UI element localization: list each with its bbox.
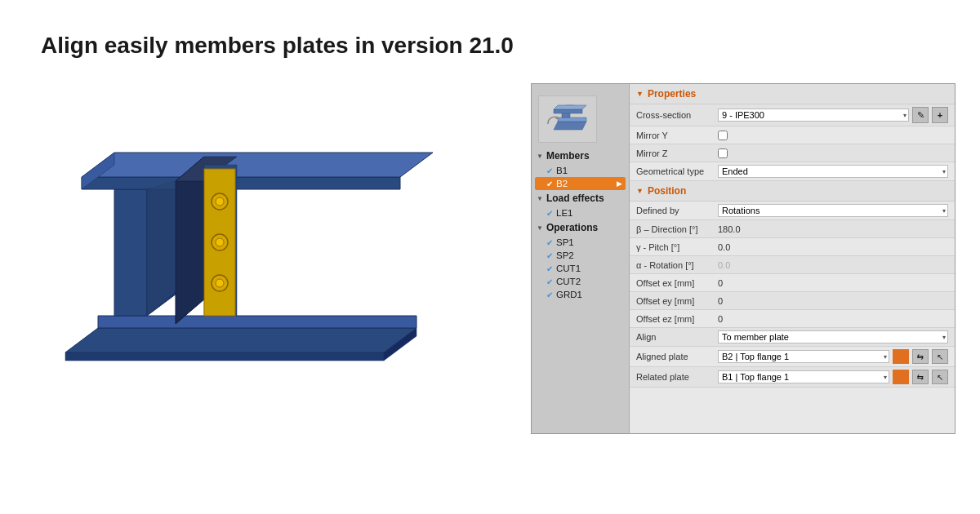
svg-marker-6 (82, 153, 433, 177)
mirror-y-row: Mirror Y (630, 126, 955, 144)
svg-marker-25 (554, 109, 582, 113)
defined-by-select-wrap: Rotations ▾ (718, 204, 948, 217)
mirror-z-label: Mirror Z (636, 148, 718, 158)
geometrical-type-select-wrap: Ended ▾ (718, 165, 948, 178)
related-plate-select[interactable]: B1 | Top flange 1 (718, 370, 889, 383)
properties-section-header: ▼ Properties (630, 84, 955, 104)
offset-ey-value: 0 (718, 296, 948, 306)
direction-value: 180.0 (718, 224, 948, 234)
offset-ex-label: Offset ex [mm] (636, 278, 718, 288)
position-triangle: ▼ (636, 187, 644, 195)
edit-section-button[interactable]: ✎ (912, 107, 929, 123)
aligned-plate-swap-icon[interactable]: ⇄ (912, 349, 929, 364)
related-plate-area: B1 | Top flange 1 ▾ ⇄ ↖ (718, 370, 948, 384)
offset-ez-value: 0 (718, 314, 948, 324)
aligned-plate-cursor-button[interactable]: ↖ (932, 349, 948, 364)
svg-point-17 (216, 279, 224, 287)
offset-ex-value: 0 (718, 278, 948, 288)
load-effects-arrow: ▼ (537, 195, 543, 202)
geometrical-type-select[interactable]: Ended (718, 165, 948, 178)
add-section-button[interactable]: + (932, 107, 948, 123)
grd1-label: GRD1 (556, 290, 582, 299)
position-section-header: ▼ Position (630, 181, 955, 202)
svg-point-15 (216, 238, 224, 246)
cross-section-select[interactable]: 9 - IPE300 (718, 109, 909, 122)
cut1-label: CUT1 (556, 264, 581, 273)
sp2-label: SP2 (556, 250, 574, 260)
offset-ex-row: Offset ex [mm] 0 (630, 274, 955, 292)
sp1-check: ✔ (546, 238, 553, 247)
b2-check: ✔ (546, 179, 553, 188)
mirror-z-row: Mirror Z (630, 144, 955, 162)
aligned-plate-select[interactable]: B2 | Top flange 1 (718, 350, 889, 363)
geometrical-type-row: Geometrical type Ended ▾ (630, 162, 955, 181)
pitch-label: γ - Pitch [°] (636, 242, 718, 252)
right-properties-panel: ▼ Properties Cross-section 9 - IPE300 ▾ … (630, 84, 955, 433)
cross-section-area: 9 - IPE300 ▾ ✎ + (718, 107, 948, 123)
defined-by-label: Defined by (636, 206, 718, 215)
aligned-plate-area: B2 | Top flange 1 ▾ ⇄ ↖ (718, 349, 948, 364)
tree-item-sp1[interactable]: ✔ SP1 (532, 236, 629, 249)
rotation-label: α - Rotation [°] (636, 260, 718, 270)
related-plate-cursor-button[interactable]: ↖ (932, 370, 948, 384)
load-effects-section[interactable]: ▼ Load effects (532, 190, 629, 206)
b1-check: ✔ (546, 166, 553, 175)
mirror-y-label: Mirror Y (636, 131, 718, 140)
operations-section[interactable]: ▼ Operations (532, 219, 629, 236)
offset-ey-row: Offset ey [mm] 0 (630, 292, 955, 310)
tree-item-b2[interactable]: ✔ B2 (535, 177, 626, 190)
svg-marker-0 (65, 328, 416, 352)
offset-ez-label: Offset ez [mm] (636, 314, 718, 324)
mirror-y-checkbox[interactable] (718, 131, 728, 140)
align-select-wrap: To member plate ▾ (718, 330, 948, 343)
tree-item-sp2[interactable]: ✔ SP2 (532, 249, 629, 262)
svg-point-13 (216, 197, 224, 206)
b1-label: B1 (556, 166, 568, 175)
svg-marker-8 (176, 157, 204, 324)
direction-label: β – Direction [°] (636, 224, 718, 234)
offset-ez-row: Offset ez [mm] 0 (630, 310, 955, 328)
defined-by-select[interactable]: Rotations (718, 204, 948, 217)
cross-section-select-wrap: 9 - IPE300 ▾ (718, 109, 909, 122)
page-title: Align easily members plates in version 2… (0, 0, 980, 75)
properties-triangle: ▼ (636, 90, 644, 98)
properties-panel: ▼ Members ✔ B1 ✔ B2 ▼ Load effects ✔ LE1 (531, 83, 956, 434)
members-arrow: ▼ (537, 153, 543, 160)
cross-section-label: Cross-section (636, 110, 718, 120)
sp2-check: ✔ (546, 251, 553, 260)
aligned-plate-icon (893, 349, 909, 364)
tree-item-le1[interactable]: ✔ LE1 (532, 206, 629, 219)
tree-panel: ▼ Members ✔ B1 ✔ B2 ▼ Load effects ✔ LE1 (532, 84, 630, 433)
svg-marker-19 (65, 352, 384, 361)
position-section-label: Position (648, 185, 686, 197)
cut1-check: ✔ (546, 264, 553, 273)
mirror-z-checkbox[interactable] (718, 148, 728, 158)
cross-section-row: Cross-section 9 - IPE300 ▾ ✎ + (630, 104, 955, 126)
related-plate-icon (893, 370, 909, 384)
cut2-label: CUT2 (556, 277, 581, 286)
related-plate-swap-icon[interactable]: ⇄ (912, 370, 929, 384)
properties-section-label: Properties (648, 88, 696, 100)
defined-by-row: Defined by Rotations ▾ (630, 202, 955, 220)
grd1-check: ✔ (546, 290, 553, 299)
aligned-plate-row: Aligned plate B2 | Top flange 1 ▾ ⇄ ↖ (630, 347, 955, 367)
tree-item-grd1[interactable]: ✔ GRD1 (532, 288, 629, 301)
3d-model (41, 83, 514, 426)
rotation-value: 0.0 (718, 260, 948, 270)
members-label: Members (546, 150, 590, 162)
rotation-row: α - Rotation [°] 0.0 (630, 256, 955, 274)
offset-ey-label: Offset ey [mm] (636, 296, 718, 306)
align-select[interactable]: To member plate (718, 330, 948, 343)
tree-item-cut2[interactable]: ✔ CUT2 (532, 275, 629, 288)
align-label: Align (636, 332, 718, 342)
svg-marker-21 (554, 122, 586, 130)
aligned-plate-select-wrap: B2 | Top flange 1 ▾ (718, 350, 889, 363)
members-section[interactable]: ▼ Members (532, 148, 629, 164)
b2-label: B2 (556, 179, 568, 188)
tree-item-b1[interactable]: ✔ B1 (532, 164, 629, 177)
cut2-check: ✔ (546, 277, 553, 286)
tree-item-cut1[interactable]: ✔ CUT1 (532, 262, 629, 275)
direction-row: β – Direction [°] 180.0 (630, 220, 955, 238)
related-plate-row: Related plate B1 | Top flange 1 ▾ ⇄ ↖ (630, 367, 955, 388)
operations-arrow: ▼ (537, 224, 543, 232)
